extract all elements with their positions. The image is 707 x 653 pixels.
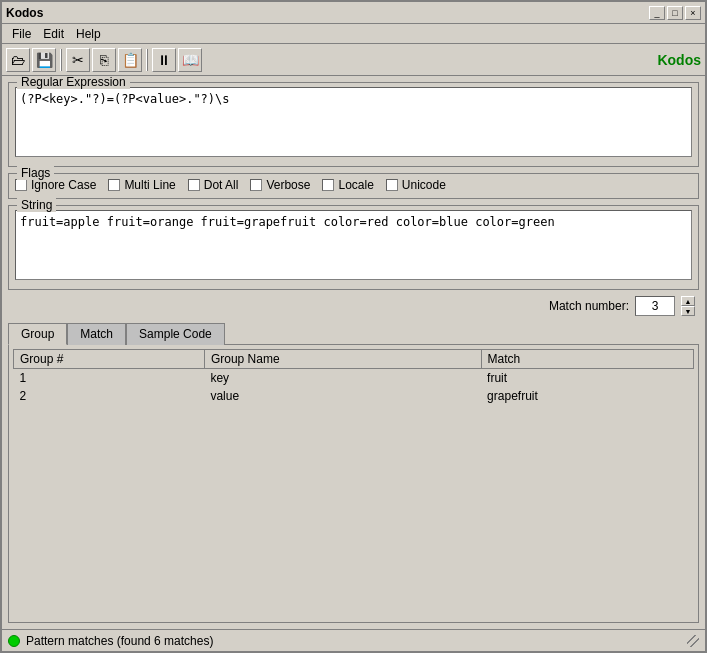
locale-checkbox[interactable] [322,179,334,191]
string-input[interactable]: fruit=apple fruit=orange fruit=grapefrui… [15,210,692,280]
unicode-checkbox[interactable] [386,179,398,191]
copy-icon: ⎘ [100,52,108,68]
tab-bar: Group Match Sample Code [8,322,699,344]
book-button[interactable]: 📖 [178,48,202,72]
col-group-num: Group # [14,350,205,369]
toolbar: 🗁 💾 ✂ ⎘ 📋 ⏸ 📖 Kodos [2,44,705,76]
tab-group[interactable]: Group [8,323,67,345]
results-table: Group # Group Name Match 1 key fruit 2 [13,349,694,405]
resize-handle[interactable] [687,635,699,647]
pause-icon: ⏸ [157,52,171,68]
ignore-case-checkbox[interactable] [15,179,27,191]
toolbar-title: Kodos [657,52,701,68]
tab-content-group: Group # Group Name Match 1 key fruit 2 [8,344,699,623]
save-button[interactable]: 💾 [32,48,56,72]
multi-line-label: Multi Line [124,178,175,192]
flag-unicode[interactable]: Unicode [386,178,446,192]
minimize-button[interactable]: _ [649,6,665,20]
menu-edit[interactable]: Edit [37,25,70,43]
match-number-label: Match number: [549,299,629,313]
open-button[interactable]: 🗁 [6,48,30,72]
regex-label: Regular Expression [17,76,130,89]
regex-input[interactable]: (?P<key>."?)=(?P<value>."?)\s [15,87,692,157]
main-content: Regular Expression (?P<key>."?)=(?P<valu… [2,76,705,629]
menu-bar: File Edit Help [2,24,705,44]
table-row: 2 value grapefruit [14,387,694,405]
multi-line-checkbox[interactable] [108,179,120,191]
close-button[interactable]: × [685,6,701,20]
cell-match-2: grapefruit [481,387,693,405]
flag-multi-line[interactable]: Multi Line [108,178,175,192]
cut-button[interactable]: ✂ [66,48,90,72]
menu-file[interactable]: File [6,25,37,43]
flag-ignore-case[interactable]: Ignore Case [15,178,96,192]
tab-sample-code[interactable]: Sample Code [126,323,225,345]
spinner-buttons: ▲ ▼ [681,296,695,316]
cell-group-name-1: key [204,369,481,388]
status-indicator [8,635,20,647]
window-title: Kodos [6,6,43,20]
paste-icon: 📋 [122,52,139,68]
title-bar-buttons: _ □ × [649,6,701,20]
cell-match-1: fruit [481,369,693,388]
status-bar: Pattern matches (found 6 matches) [2,629,705,651]
toolbar-separator-1 [60,49,62,71]
toolbar-buttons: 🗁 💾 ✂ ⎘ 📋 ⏸ 📖 [6,48,202,72]
table-row: 1 key fruit [14,369,694,388]
dot-all-label: Dot All [204,178,239,192]
toolbar-separator-2 [146,49,148,71]
col-group-name: Group Name [204,350,481,369]
cell-group-num-2: 2 [14,387,205,405]
dot-all-checkbox[interactable] [188,179,200,191]
spinner-up-button[interactable]: ▲ [681,296,695,306]
tabs-container: Group Match Sample Code Group # Group Na… [8,322,699,623]
spinner-down-button[interactable]: ▼ [681,306,695,316]
unicode-label: Unicode [402,178,446,192]
main-window: Kodos _ □ × File Edit Help 🗁 💾 ✂ ⎘ [0,0,707,653]
regex-group: Regular Expression (?P<key>."?)=(?P<valu… [8,82,699,167]
save-icon: 💾 [36,52,53,68]
flag-locale[interactable]: Locale [322,178,373,192]
verbose-checkbox[interactable] [250,179,262,191]
cell-group-name-2: value [204,387,481,405]
book-icon: 📖 [182,52,199,68]
match-number-row: Match number: ▲ ▼ [8,296,699,316]
title-bar: Kodos _ □ × [2,2,705,24]
flags-row: Ignore Case Multi Line Dot All Verbose L… [15,178,692,192]
copy-button[interactable]: ⎘ [92,48,116,72]
flag-dot-all[interactable]: Dot All [188,178,239,192]
flag-verbose[interactable]: Verbose [250,178,310,192]
open-icon: 🗁 [11,52,25,68]
cut-icon: ✂ [72,52,84,68]
locale-label: Locale [338,178,373,192]
tab-match[interactable]: Match [67,323,126,345]
ignore-case-label: Ignore Case [31,178,96,192]
string-group: String fruit=apple fruit=orange fruit=gr… [8,205,699,290]
match-number-input[interactable] [635,296,675,316]
paste-button[interactable]: 📋 [118,48,142,72]
flags-group: Flags Ignore Case Multi Line Dot All Ver… [8,173,699,199]
status-text: Pattern matches (found 6 matches) [26,634,213,648]
flags-label: Flags [17,166,54,180]
col-match: Match [481,350,693,369]
menu-help[interactable]: Help [70,25,107,43]
pause-button[interactable]: ⏸ [152,48,176,72]
verbose-label: Verbose [266,178,310,192]
maximize-button[interactable]: □ [667,6,683,20]
string-label: String [17,198,56,212]
cell-group-num-1: 1 [14,369,205,388]
